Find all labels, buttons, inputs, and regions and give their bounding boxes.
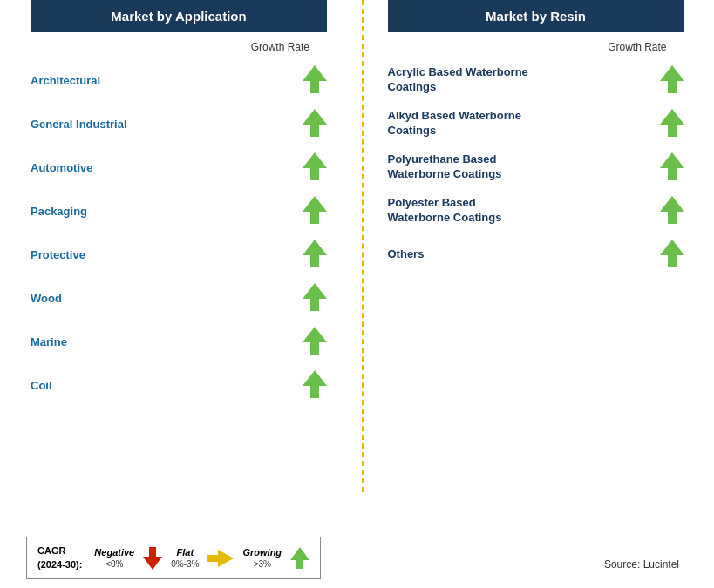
list-item: Architectural xyxy=(31,58,327,102)
item-label-protective: Protective xyxy=(31,248,303,261)
list-item: Alkyd Based WaterborneCoatings xyxy=(388,102,684,145)
item-label-polyester: Polyester BasedWaterborne Coatings xyxy=(388,196,660,226)
item-label-alkyd: Alkyd Based WaterborneCoatings xyxy=(388,109,660,139)
left-growth-rate-label: Growth Rate xyxy=(39,41,318,53)
list-item: Acrylic Based WaterborneCoatings xyxy=(388,58,684,102)
list-item: Packaging xyxy=(31,189,327,233)
item-label-marine: Marine xyxy=(31,335,303,348)
red-arrow-down-icon xyxy=(143,547,162,570)
panel-divider xyxy=(362,0,364,492)
small-green-arrow-icon xyxy=(290,547,309,570)
arrow-up-icon xyxy=(303,240,327,269)
list-item: Wood xyxy=(31,276,327,320)
yellow-arrow-right-icon xyxy=(207,550,234,567)
item-label-general-industrial: General Industrial xyxy=(31,118,303,131)
legend-growing-label: Growing xyxy=(242,547,282,558)
arrow-up-icon xyxy=(303,370,327,400)
item-label-acrylic: Acrylic Based WaterborneCoatings xyxy=(388,65,660,95)
item-label-wood: Wood xyxy=(31,292,303,305)
item-label-automotive: Automotive xyxy=(31,161,303,174)
arrow-up-icon xyxy=(660,152,684,182)
arrow-up-icon xyxy=(660,196,684,226)
arrow-up-icon xyxy=(303,109,327,139)
legend-negative-label: Negative xyxy=(94,547,134,558)
arrow-up-icon xyxy=(303,196,327,226)
arrow-up-icon xyxy=(303,327,327,356)
main-container: Market by Application Growth Rate Archit… xyxy=(0,0,714,540)
legend-negative-sub: <0% xyxy=(105,559,123,569)
legend-flat-sub: 0%-3% xyxy=(171,559,199,569)
list-item: Polyester BasedWaterborne Coatings xyxy=(388,189,684,233)
left-panel: Market by Application Growth Rate Archit… xyxy=(0,0,357,540)
arrow-up-icon xyxy=(660,109,684,139)
list-item: General Industrial xyxy=(31,102,327,145)
arrow-up-icon xyxy=(660,65,684,95)
list-item: Automotive xyxy=(31,145,327,189)
legend-cagr-label: CAGR(2024-30): xyxy=(37,544,82,571)
item-label-packaging: Packaging xyxy=(31,205,303,218)
source-label: Source: Lucintel xyxy=(604,558,679,571)
list-item: Protective xyxy=(31,233,327,276)
legend-flat: Flat 0%-3% xyxy=(171,547,199,569)
list-item: Polyurethane BasedWaterborne Coatings xyxy=(388,145,684,189)
legend-growing: Growing >3% xyxy=(242,547,282,569)
left-panel-header: Market by Application xyxy=(31,0,327,32)
item-label-polyurethane: Polyurethane BasedWaterborne Coatings xyxy=(388,152,660,182)
item-label-architectural: Architectural xyxy=(31,74,303,87)
list-item: Coil xyxy=(31,363,327,407)
arrow-up-icon xyxy=(303,65,327,95)
right-growth-rate-label: Growth Rate xyxy=(397,41,676,53)
item-label-others: Others xyxy=(388,247,660,262)
legend-negative: Negative <0% xyxy=(94,547,134,569)
legend-growing-sub: >3% xyxy=(254,559,271,569)
right-panel-header: Market by Resin xyxy=(388,0,684,32)
legend-container: CAGR(2024-30): Negative <0% Flat 0%-3% G… xyxy=(26,537,321,579)
arrow-up-icon xyxy=(303,152,327,182)
arrow-up-icon xyxy=(303,283,327,313)
list-item: Others xyxy=(388,233,684,276)
legend-flat-label: Flat xyxy=(177,547,194,558)
item-label-coil: Coil xyxy=(31,379,303,392)
list-item: Marine xyxy=(31,320,327,363)
arrow-up-icon xyxy=(660,240,684,269)
right-panel: Market by Resin Growth Rate Acrylic Base… xyxy=(357,0,714,540)
